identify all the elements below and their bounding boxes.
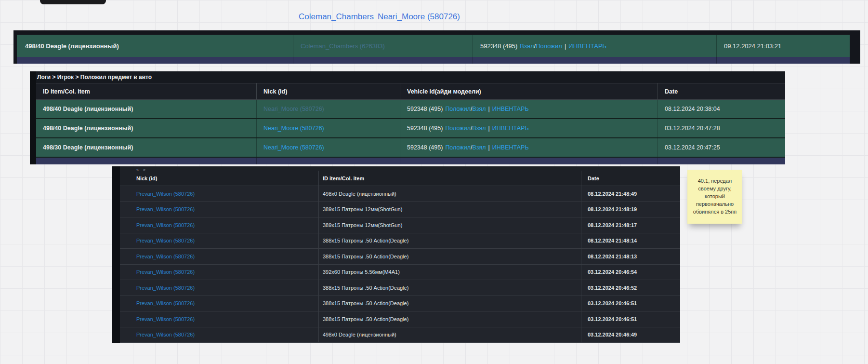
- table-row: Prevan_Wilson (580726) 388x15 Патроны .5…: [120, 296, 680, 312]
- nick-cell: Coleman_Chambers (626383): [293, 35, 473, 57]
- nick-cell: Prevan_Wilson (580726): [120, 296, 318, 311]
- player-link[interactable]: Prevan_Wilson (580726): [136, 238, 195, 243]
- nick-cell: Prevan_Wilson (580726): [120, 217, 318, 233]
- player-link[interactable]: Prevan_Wilson (580726): [136, 269, 195, 275]
- inventory-link[interactable]: ИНВЕНТАРЬ: [492, 106, 529, 112]
- item-cell: 388x15 Патроны .50 Action(Deagle): [318, 249, 581, 264]
- player-link[interactable]: Prevan_Wilson (580726): [136, 206, 195, 212]
- vehicle-id: 592348 (495): [407, 106, 443, 112]
- player-link[interactable]: Prevan_Wilson (580726): [136, 300, 195, 306]
- table-row: 498/30 Deagle (лицензионный) Neari_Moore…: [36, 138, 785, 158]
- table-row: Prevan_Wilson (580726) 388x15 Патроны .5…: [120, 311, 680, 327]
- partial-row: [17, 57, 850, 64]
- nick-cell: Neari_Moore (580726): [256, 100, 400, 118]
- player-link[interactable]: Coleman_Chambers (626383): [301, 42, 385, 50]
- table-row: Prevan_Wilson (580726) 498x0 Deagle (лиц…: [120, 186, 680, 202]
- item-cell: 388x15 Патроны .50 Action(Deagle): [318, 280, 581, 296]
- took-link[interactable]: Взял: [472, 125, 486, 132]
- nick-cell: Prevan_Wilson (580726): [120, 202, 318, 217]
- put-link[interactable]: Положил: [445, 144, 471, 151]
- date-cell: 08.12.2024 21:48:13: [581, 249, 680, 264]
- nick-cell: Neari_Moore (580726): [256, 138, 400, 157]
- vehicle-cell: 592348 (495) Взял / Положил | ИНВЕНТАРЬ: [473, 35, 716, 57]
- nick-cell: Prevan_Wilson (580726): [120, 280, 318, 296]
- sticky-note[interactable]: 40.1, передал своему другу, который перв…: [687, 170, 742, 224]
- table-row: 498/40 Deagle (лицензионный) Neari_Moore…: [36, 100, 785, 119]
- header-date: Date: [658, 83, 785, 99]
- header-item: ID item/Col. item: [318, 171, 581, 186]
- player-link[interactable]: Prevan_Wilson (580726): [136, 332, 195, 337]
- item-cell: 388x15 Патроны .50 Action(Deagle): [318, 311, 581, 327]
- table-row: Prevan_Wilson (580726) 389x15 Патроны 12…: [120, 217, 680, 233]
- pipe-separator: |: [565, 42, 566, 50]
- table-row: Prevan_Wilson (580726) 498x0 Deagle (лиц…: [120, 327, 680, 343]
- table-row: Prevan_Wilson (580726) 392x60 Патроны 5.…: [120, 265, 680, 281]
- date-cell: 03.12.2024 20:46:49: [581, 327, 680, 343]
- table-row: 498/40 Deagle (лицензионный) Coleman_Cha…: [17, 35, 850, 57]
- table-row: Prevan_Wilson (580726) 388x15 Патроны .5…: [120, 280, 680, 296]
- date-cell: 03.12.2024 20:46:52: [581, 280, 680, 296]
- table-top-edge: [17, 30, 850, 35]
- pipe-separator: |: [488, 125, 490, 132]
- nick-cell: Prevan_Wilson (580726): [120, 249, 318, 264]
- nick-cell: Prevan_Wilson (580726): [120, 233, 318, 249]
- player-link[interactable]: Neari_Moore (580726): [263, 125, 324, 132]
- table-row: Prevan_Wilson (580726) 389x15 Патроны 12…: [120, 202, 680, 218]
- item-cell: 498/40 Deagle (лицензионный): [17, 35, 293, 57]
- player-link[interactable]: Prevan_Wilson (580726): [136, 254, 195, 259]
- player-link[interactable]: Prevan_Wilson (580726): [136, 285, 195, 291]
- inventory-link[interactable]: ИНВЕНТАРЬ: [568, 42, 606, 50]
- put-link[interactable]: Положил: [445, 125, 471, 132]
- took-link[interactable]: Взял: [520, 42, 534, 50]
- log-table-vehicle: Логи > Игрок > Положил предмет в авто ID…: [30, 71, 785, 164]
- item-cell: 392x60 Патроны 5.56мм(M4A1): [318, 265, 581, 280]
- vehicle-id: 592348 (495): [480, 42, 517, 50]
- item-cell: 498/40 Deagle (лицензионный): [36, 100, 256, 118]
- item-cell: 388x15 Патроны .50 Action(Deagle): [318, 296, 581, 311]
- date-cell: 08.12.2024 21:48:19: [581, 202, 680, 217]
- nick-cell: Prevan_Wilson (580726): [120, 311, 318, 327]
- vehicle-id: 592348 (495): [407, 144, 443, 151]
- item-cell: 498x0 Deagle (лицензионный): [318, 186, 581, 202]
- player-link[interactable]: Prevan_Wilson (580726): [136, 191, 195, 197]
- table-row: Prevan_Wilson (580726) 388x15 Патроны .5…: [120, 233, 680, 249]
- date-cell: 08.12.2024 20:38:04: [658, 100, 785, 118]
- title-link-coleman[interactable]: Coleman_Chambers: [299, 12, 374, 21]
- player-link[interactable]: Neari_Moore (580726): [263, 144, 324, 151]
- date-cell: 08.12.2024 21:48:14: [581, 233, 680, 249]
- page-title: Coleman_ChambersNeari_Moore (580726): [0, 12, 759, 22]
- header-nick: Nick (id): [256, 83, 400, 99]
- clipped-breadcrumb: «…»: [120, 166, 680, 171]
- vehicle-cell: 592348 (495) Положил / Взял | ИНВЕНТАРЬ: [400, 119, 658, 137]
- date-cell: 08.12.2024 21:48:49: [581, 186, 680, 202]
- vehicle-cell: 592348 (495) Положил / Взял | ИНВЕНТАРЬ: [400, 138, 658, 157]
- item-cell: 498x0 Deagle (лицензионный): [318, 327, 581, 343]
- vehicle-id: 592348 (495): [407, 125, 443, 132]
- nick-cell: Prevan_Wilson (580726): [120, 327, 318, 343]
- player-link[interactable]: Prevan_Wilson (580726): [136, 222, 195, 228]
- header-item: ID item/Col. item: [36, 83, 256, 99]
- date-cell: 09.12.2024 21:03:21: [716, 35, 850, 57]
- breadcrumb: Логи > Игрок > Положил предмет в авто: [36, 71, 785, 83]
- table-row: 498/40 Deagle (лицензионный) Neari_Moore…: [36, 119, 785, 138]
- player-link[interactable]: Prevan_Wilson (580726): [136, 316, 195, 322]
- put-link[interactable]: Положил: [536, 42, 562, 50]
- date-cell: 03.12.2024 20:46:51: [581, 296, 680, 311]
- put-link[interactable]: Положил: [445, 106, 471, 112]
- item-cell: 389x15 Патроны 12мм(ShotGun): [318, 217, 581, 233]
- player-link[interactable]: Neari_Moore (580726): [263, 106, 324, 112]
- title-link-neari[interactable]: Neari_Moore (580726): [378, 12, 460, 21]
- took-link[interactable]: Взял: [472, 106, 486, 112]
- header-vehicle: Vehicle id(айди модеели): [400, 83, 658, 99]
- inventory-link[interactable]: ИНВЕНТАРЬ: [492, 144, 529, 151]
- item-cell: 498/40 Deagle (лицензионный): [36, 119, 256, 137]
- table-header-row: Nick (id) ID item/Col. item Date: [120, 171, 680, 186]
- table-header-row: ID item/Col. item Nick (id) Vehicle id(а…: [36, 83, 785, 100]
- vehicle-cell: 592348 (495) Положил / Взял | ИНВЕНТАРЬ: [400, 100, 658, 118]
- nick-cell: Prevan_Wilson (580726): [120, 265, 318, 280]
- date-cell: 03.12.2024 20:46:51: [581, 311, 680, 327]
- toolbar-pill[interactable]: [40, 0, 106, 4]
- inventory-link[interactable]: ИНВЕНТАРЬ: [492, 125, 529, 132]
- took-link[interactable]: Взял: [472, 144, 486, 151]
- log-table-player: «…» Nick (id) ID item/Col. item Date Pre…: [112, 166, 680, 343]
